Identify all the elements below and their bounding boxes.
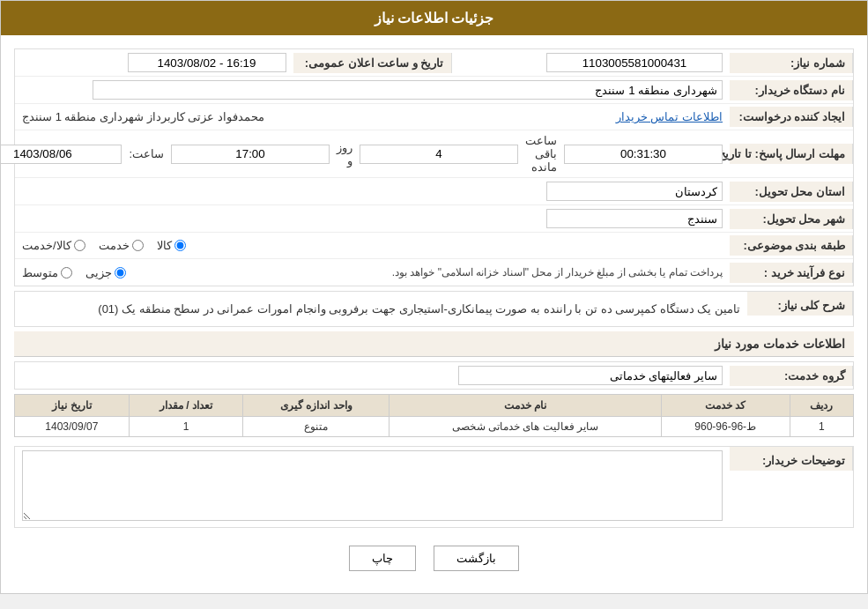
services-table-section: ردیف کد خدمت نام خدمت واحد اندازه گیری ت… — [14, 394, 854, 437]
print-button[interactable]: چاپ — [349, 546, 416, 571]
radio-kala-khadamat-input[interactable] — [74, 240, 85, 251]
table-header-row: ردیف کد خدمت نام خدمت واحد اندازه گیری ت… — [15, 395, 854, 417]
service-group-value — [15, 362, 730, 389]
td-3: متنوع — [243, 417, 389, 437]
deadline-date-input[interactable] — [0, 145, 122, 164]
page-wrapper: AnaFinder.net جزئیات اطلاعات نیاز شماره … — [0, 0, 868, 594]
process-value: متوسط جزیی پرداخت تمام یا بخشی از مبلغ خ… — [15, 263, 730, 283]
radio-jozvi: جزیی — [85, 266, 126, 279]
form-section-main: شماره نیاز: تاریخ و ساعت اعلان عمومی: نا… — [14, 48, 854, 286]
province-value — [15, 178, 730, 204]
need-number-value — [452, 49, 731, 76]
need-number-row: شماره نیاز: تاریخ و ساعت اعلان عمومی: — [15, 49, 853, 77]
td-0: 1 — [790, 417, 853, 437]
buyer-org-row: نام دستگاه خریدار: — [15, 77, 853, 104]
province-row: استان محل تحویل: — [15, 178, 853, 205]
service-group-input[interactable] — [458, 366, 723, 385]
province-input[interactable] — [546, 182, 723, 201]
th-name: نام خدمت — [389, 395, 661, 417]
description-row: شرح کلی نیاز: تامین یک دستگاه کمپرسی ده … — [15, 292, 853, 326]
radio-khadamat-label: خدمت — [99, 239, 130, 252]
city-label: شهر محل تحویل: — [730, 209, 853, 229]
description-value: تامین یک دستگاه کمپرسی ده تن با راننده ب… — [15, 292, 747, 326]
creator-label: ایجاد کننده درخواست: — [730, 107, 853, 127]
announce-label: تاریخ و ساعت اعلان عمومی: — [293, 53, 452, 73]
th-date: تاریخ نیاز — [15, 395, 130, 417]
radio-motavaset-input[interactable] — [61, 267, 72, 279]
back-button[interactable]: بازگشت — [434, 546, 519, 571]
remaining-input[interactable] — [564, 145, 723, 164]
province-label: استان محل تحویل: — [730, 182, 853, 202]
deadline-row: مهلت ارسال پاسخ: تا تاریخ: ساعت: روز و س… — [15, 130, 853, 178]
radio-jozvi-label: جزیی — [85, 266, 112, 279]
radio-motavaset: متوسط — [22, 266, 72, 279]
description-label: شرح کلی نیاز: — [747, 292, 853, 316]
th-row: ردیف — [790, 395, 853, 417]
time-label: ساعت: — [129, 147, 164, 160]
need-number-input[interactable] — [546, 53, 723, 72]
city-input[interactable] — [546, 209, 723, 228]
deadline-label: مهلت ارسال پاسخ: تا تاریخ: — [730, 144, 853, 164]
creator-value: محمدفواد عزتی کاربرداز شهرداری منطقه 1 س… — [15, 107, 730, 127]
notes-section: توضیحات خریدار: — [14, 446, 854, 528]
service-group-row: گروه خدمت: — [15, 362, 853, 389]
need-number-label: شماره نیاز: — [730, 53, 853, 73]
creator-row: ایجاد کننده درخواست: محمدفواد عزتی کاربر… — [15, 104, 853, 130]
main-content: شماره نیاز: تاریخ و ساعت اعلان عمومی: نا… — [1, 35, 867, 593]
radio-kala-khadamat: کالا/خدمت — [22, 239, 85, 252]
category-row: طبقه بندی موضوعی: کالا/خدمت خدمت کالا — [15, 233, 853, 259]
process-label: نوع فرآیند خرید : — [730, 263, 853, 283]
services-section-title: اطلاعات خدمات مورد نیاز — [14, 331, 854, 357]
process-note: پرداخت تمام یا بخشی از مبلغ خریدار از مح… — [392, 266, 723, 279]
days-label: روز و — [337, 141, 352, 167]
announce-input[interactable] — [128, 53, 286, 72]
td-4: 1 — [129, 417, 243, 437]
deadline-value: ساعت: روز و ساعت باقی مانده — [0, 130, 730, 177]
buyer-org-value — [15, 77, 730, 103]
th-count: تعداد / مقدار — [129, 395, 243, 417]
city-value — [15, 205, 730, 232]
radio-kala-label: کالا — [157, 239, 172, 252]
service-group-section: گروه خدمت: — [14, 361, 854, 390]
radio-kala-khadamat-label: کالا/خدمت — [22, 239, 71, 252]
th-code: کد خدمت — [661, 395, 790, 417]
radio-kala: کالا — [157, 239, 186, 252]
city-row: شهر محل تحویل: — [15, 205, 853, 233]
deadline-time-input[interactable] — [171, 145, 330, 164]
table-row: 1ط-96-96-960سایر فعالیت های خدماتی شخصیم… — [15, 417, 854, 437]
contact-link[interactable]: اطلاعات تماس خریدار — [616, 110, 723, 123]
buyer-org-input[interactable] — [93, 80, 723, 100]
button-row: بازگشت چاپ — [14, 532, 854, 584]
radio-khadamat-input[interactable] — [132, 240, 144, 251]
category-label: طبقه بندی موضوعی: — [730, 235, 853, 256]
buyer-org-label: نام دستگاه خریدار: — [730, 80, 853, 100]
creator-text: محمدفواد عزتی کاربرداز شهرداری منطقه 1 س… — [22, 110, 264, 123]
description-section: شرح کلی نیاز: تامین یک دستگاه کمپرسی ده … — [14, 291, 854, 327]
radio-motavaset-label: متوسط — [22, 266, 58, 279]
notes-row: توضیحات خریدار: — [15, 447, 853, 527]
radio-jozvi-input[interactable] — [115, 267, 126, 279]
th-unit: واحد اندازه گیری — [243, 395, 389, 417]
radio-kala-input[interactable] — [174, 240, 186, 251]
days-input[interactable] — [360, 145, 518, 164]
remaining-label: ساعت باقی مانده — [525, 134, 557, 174]
services-table: ردیف کد خدمت نام خدمت واحد اندازه گیری ت… — [14, 394, 854, 437]
notes-label: توضیحات خریدار: — [730, 447, 853, 471]
service-group-label: گروه خدمت: — [730, 366, 853, 386]
announce-value — [15, 49, 293, 76]
td-2: سایر فعالیت های خدماتی شخصی — [389, 417, 661, 437]
process-row: نوع فرآیند خرید : متوسط جزیی — [15, 259, 853, 286]
radio-khadamat: خدمت — [99, 239, 144, 252]
notes-textarea[interactable] — [22, 450, 723, 521]
notes-value — [15, 447, 730, 527]
td-1: ط-96-96-960 — [661, 417, 790, 437]
category-value: کالا/خدمت خدمت کالا — [15, 235, 730, 256]
page-title: جزئیات اطلاعات نیاز — [375, 11, 494, 26]
td-5: 1403/09/07 — [15, 417, 130, 437]
page-header: جزئیات اطلاعات نیاز — [1, 1, 867, 35]
